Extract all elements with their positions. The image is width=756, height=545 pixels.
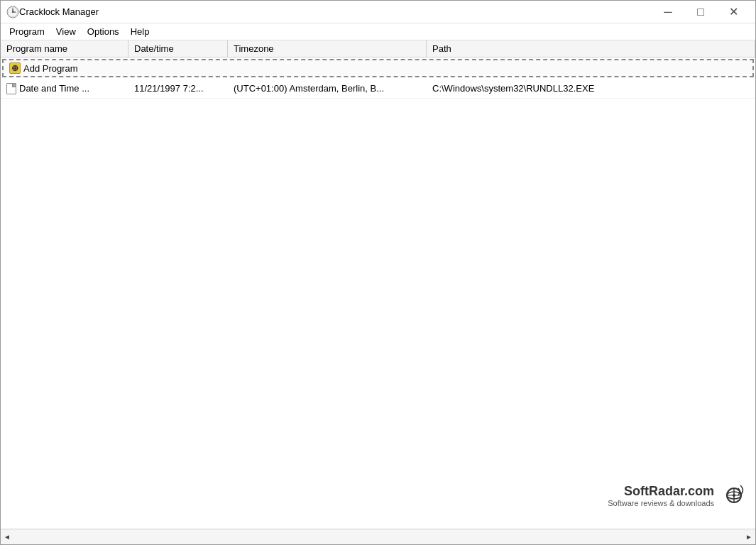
add-program-label: Add Program bbox=[23, 63, 78, 74]
status-bar: ◄ ► bbox=[1, 529, 755, 544]
maximize-button[interactable]: □ bbox=[684, 1, 717, 23]
scroll-right-button[interactable]: ► bbox=[745, 533, 752, 541]
header-path[interactable]: Path bbox=[427, 40, 755, 57]
main-window: Cracklock Manager ─ □ ✕ Program View Opt… bbox=[0, 0, 756, 545]
watermark-title: SoftRadar.com bbox=[608, 484, 714, 499]
entry-datetime-cell: 11/21/1997 7:2... bbox=[128, 79, 228, 98]
scroll-left-button[interactable]: ◄ bbox=[4, 533, 11, 541]
entry-program-name: Date and Time ... bbox=[19, 83, 89, 94]
file-icon bbox=[6, 83, 16, 94]
menu-bar: Program View Options Help bbox=[1, 23, 755, 40]
title-bar: Cracklock Manager ─ □ ✕ bbox=[1, 1, 755, 23]
watermark-satellite-icon bbox=[720, 475, 748, 506]
list-item[interactable]: Date and Time ... 11/21/1997 7:2... (UTC… bbox=[1, 79, 755, 99]
entry-path-cell: C:\Windows\system32\RUNDLL32.EXE bbox=[427, 79, 755, 98]
content-area: Program name Date/time Timezone Path ⊕ A… bbox=[1, 40, 755, 529]
menu-view[interactable]: View bbox=[50, 25, 82, 38]
header-datetime[interactable]: Date/time bbox=[128, 40, 228, 57]
svg-point-9 bbox=[733, 494, 735, 497]
entry-program-cell: Date and Time ... bbox=[1, 79, 128, 98]
add-program-cell: ⊕ Add Program bbox=[4, 60, 131, 76]
header-program-name[interactable]: Program name bbox=[1, 40, 128, 57]
entry-timezone-cell: (UTC+01:00) Amsterdam, Berlin, B... bbox=[228, 79, 427, 98]
header-timezone[interactable]: Timezone bbox=[228, 40, 427, 57]
app-icon bbox=[6, 6, 19, 18]
add-path-cell bbox=[429, 60, 752, 76]
menu-program[interactable]: Program bbox=[4, 25, 50, 38]
add-datetime-cell bbox=[131, 60, 231, 76]
window-controls: ─ □ ✕ bbox=[652, 1, 750, 23]
minimize-button[interactable]: ─ bbox=[652, 1, 684, 23]
close-button[interactable]: ✕ bbox=[717, 1, 750, 23]
svg-point-4 bbox=[12, 11, 13, 13]
add-program-row[interactable]: ⊕ Add Program bbox=[2, 59, 754, 77]
add-timezone-cell bbox=[231, 60, 429, 76]
menu-options[interactable]: Options bbox=[82, 25, 125, 38]
menu-help[interactable]: Help bbox=[125, 25, 155, 38]
add-program-icon: ⊕ bbox=[9, 62, 21, 74]
list-body: ⊕ Add Program Date and Time ... 11/21/19… bbox=[1, 57, 755, 529]
watermark-subtitle: Software reviews & downloads bbox=[608, 499, 714, 507]
list-header: Program name Date/time Timezone Path bbox=[1, 40, 755, 57]
window-title: Cracklock Manager bbox=[19, 6, 652, 17]
watermark: SoftRadar.com Software reviews & downloa… bbox=[608, 475, 748, 507]
